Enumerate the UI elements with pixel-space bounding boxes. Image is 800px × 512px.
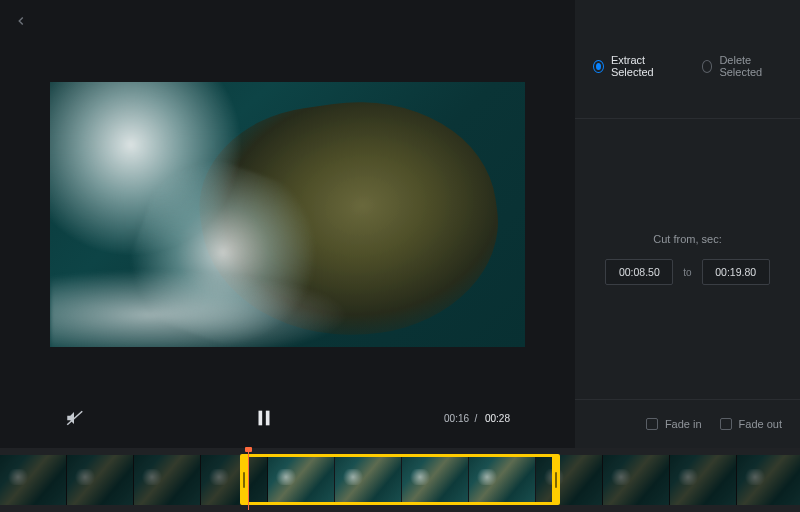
fade-in-label: Fade in (665, 418, 702, 430)
radio-icon (593, 60, 604, 73)
mode-selector: Extract Selected Delete Selected (575, 0, 800, 119)
fade-out-label: Fade out (739, 418, 782, 430)
timeline-thumb[interactable] (402, 455, 469, 505)
timeline-thumb[interactable] (335, 455, 402, 505)
mute-button[interactable] (65, 409, 83, 427)
delete-label: Delete Selected (719, 54, 782, 78)
cut-inputs: to (605, 259, 769, 285)
time-separator: / (472, 413, 480, 424)
timeline-thumb[interactable] (67, 455, 134, 505)
radio-icon (702, 60, 713, 73)
player-panel: 00:16 / 00:28 (0, 0, 575, 448)
playback-controls: 00:16 / 00:28 (0, 388, 575, 448)
svg-rect-2 (265, 411, 269, 426)
video-frame[interactable] (50, 82, 525, 347)
selection-handle-right[interactable] (552, 457, 560, 502)
extract-label: Extract Selected (611, 54, 676, 78)
settings-panel: Extract Selected Delete Selected Cut fro… (575, 0, 800, 448)
fade-out-checkbox[interactable]: Fade out (720, 418, 782, 430)
main-area: 00:16 / 00:28 Extract Selected Delete Se… (0, 0, 800, 448)
cut-to-input[interactable] (702, 259, 770, 285)
time-display: 00:16 / 00:28 (444, 413, 510, 424)
checkbox-icon (720, 418, 732, 430)
timeline-thumb[interactable] (201, 455, 268, 505)
extract-selected-radio[interactable]: Extract Selected (593, 54, 676, 78)
cut-range-section: Cut from, sec: to (575, 119, 800, 400)
cut-label: Cut from, sec: (653, 233, 721, 245)
timeline-thumb[interactable] (737, 455, 800, 505)
chevron-left-icon (14, 14, 28, 28)
selection-handle-left[interactable] (240, 457, 248, 502)
timeline-thumb[interactable] (603, 455, 670, 505)
checkbox-icon (646, 418, 658, 430)
svg-rect-1 (258, 411, 262, 426)
back-button[interactable] (14, 14, 28, 28)
pause-icon (253, 407, 275, 429)
total-duration: 00:28 (485, 413, 510, 424)
timeline-thumb[interactable] (670, 455, 737, 505)
timeline-thumb[interactable] (134, 455, 201, 505)
to-label: to (683, 267, 691, 278)
fade-in-checkbox[interactable]: Fade in (646, 418, 702, 430)
fade-options: Fade in Fade out (575, 400, 800, 448)
cut-from-input[interactable] (605, 259, 673, 285)
playhead[interactable] (248, 450, 249, 510)
timeline-thumb[interactable] (0, 455, 67, 505)
play-pause-button[interactable] (253, 407, 275, 429)
volume-mute-icon (65, 409, 83, 427)
delete-selected-radio[interactable]: Delete Selected (702, 54, 783, 78)
video-player (0, 0, 575, 388)
timeline[interactable] (0, 448, 800, 512)
current-time: 00:16 (444, 413, 469, 424)
timeline-thumb[interactable] (268, 455, 335, 505)
timeline-thumb[interactable] (469, 455, 536, 505)
timeline-thumb[interactable] (536, 455, 603, 505)
